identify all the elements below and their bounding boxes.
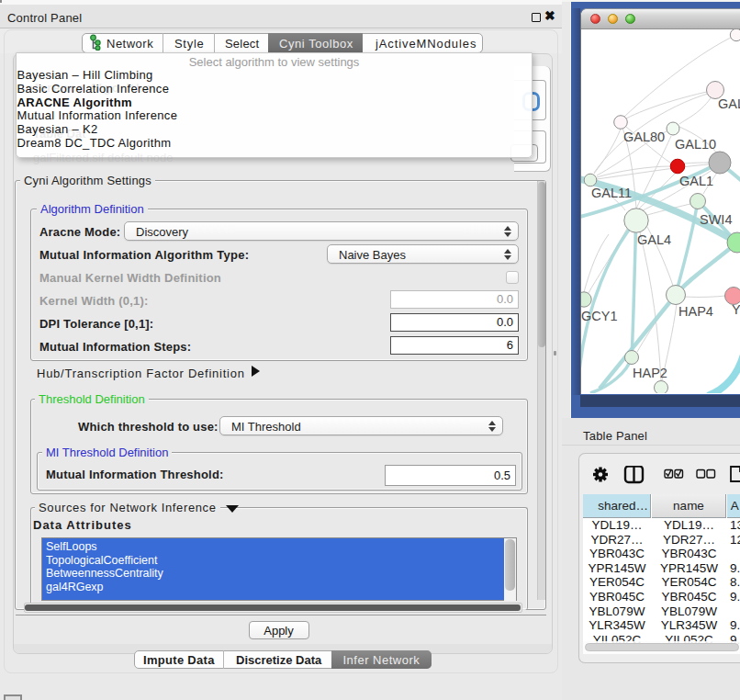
svg-text:GAL7: GAL7	[718, 96, 740, 111]
svg-text:GCY1: GCY1	[581, 309, 618, 323]
svg-text:GAL10: GAL10	[675, 137, 716, 152]
svg-text:Y: Y	[732, 302, 740, 317]
svg-text:GAL11: GAL11	[591, 186, 632, 200]
svg-text:SWI4: SWI4	[700, 212, 732, 227]
svg-text:GAL80: GAL80	[623, 130, 665, 144]
svg-text:GAL1: GAL1	[679, 174, 713, 188]
svg-text:GAL4: GAL4	[637, 232, 671, 247]
svg-text:HAP2: HAP2	[633, 366, 667, 380]
svg-text:HAP4: HAP4	[678, 304, 713, 319]
